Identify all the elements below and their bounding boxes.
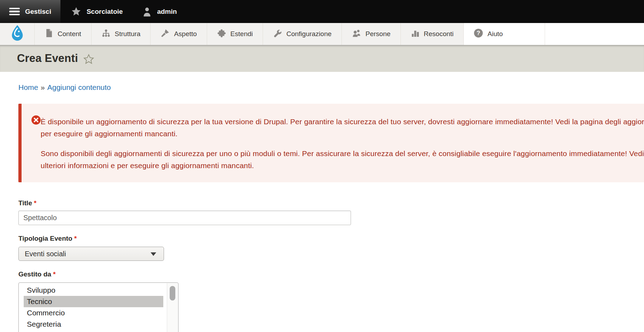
required-marker: *	[53, 270, 55, 278]
listbox-option-sviluppo[interactable]: Sviluppo	[24, 285, 163, 296]
toolbar-item-label: Struttura	[115, 30, 141, 38]
breadcrumb-add-content-link[interactable]: Aggiungi contenuto	[47, 83, 111, 91]
user-account-tab[interactable]: admin	[133, 0, 186, 23]
page-header: Crea Eventi	[0, 45, 644, 72]
error-message-box: È disponibile un aggiornamento di sicure…	[18, 104, 644, 182]
manage-tab-label: Gestisci	[25, 8, 51, 16]
chevron-down-icon	[151, 252, 156, 256]
shortcuts-tab[interactable]: Scorciatoie	[62, 0, 132, 23]
title-field-group: Title*	[18, 199, 644, 225]
error-text-line: per eseguire gli aggiornamenti mancanti.	[41, 128, 644, 140]
admin-menu-toolbar: Content Struttura Aspetto Estendi Config…	[0, 23, 644, 45]
breadcrumb: Home»Aggiungi contenuto	[18, 83, 644, 92]
toolbar-item-configuration[interactable]: Configurazione	[263, 23, 341, 45]
event-type-selected-value: Eventi sociali	[25, 250, 66, 258]
toolbar-item-reports[interactable]: Resoconti	[400, 23, 464, 45]
listbox-option-commercio[interactable]: Commercio	[24, 307, 163, 319]
breadcrumb-home-link[interactable]: Home	[18, 83, 38, 91]
error-paragraph: Sono disponibili degli aggiornamenti di …	[41, 148, 644, 172]
user-account-label: admin	[157, 8, 177, 16]
toolbar-item-label: Aiuto	[487, 30, 503, 38]
people-icon	[352, 29, 361, 40]
toolbar-item-label: Configurazione	[286, 30, 332, 38]
managed-by-field-group: Gestito da* Sviluppo Tecnico Commercio S…	[18, 270, 644, 332]
wrench-icon	[273, 29, 282, 40]
breadcrumb-separator: »	[41, 83, 45, 91]
user-icon	[142, 7, 152, 17]
brush-icon	[160, 29, 170, 40]
page-title: Crea Eventi	[17, 52, 78, 65]
error-text-line: Sono disponibili degli aggiornamenti di …	[41, 148, 644, 160]
star-icon	[71, 6, 81, 17]
toolbar-item-people[interactable]: Persone	[341, 23, 400, 45]
toolbar-item-extend[interactable]: Estendi	[207, 23, 263, 45]
toolbar-item-label: Resoconti	[424, 30, 454, 38]
managed-by-listbox: Sviluppo Tecnico Commercio Segreteria	[18, 282, 178, 332]
svg-text:?: ?	[477, 30, 480, 36]
listbox-scrollbar[interactable]	[167, 283, 178, 332]
required-marker: *	[74, 235, 77, 242]
listbox-option-segreteria[interactable]: Segreteria	[24, 319, 163, 330]
toolbar-item-label: Estendi	[230, 30, 253, 38]
puzzle-icon	[217, 29, 226, 40]
drupal-logo	[9, 24, 25, 44]
menu-icon	[9, 8, 20, 16]
toolbar-item-appearance[interactable]: Aspetto	[150, 23, 206, 45]
toolbar-spacer	[545, 23, 644, 45]
star-outline-icon[interactable]	[83, 53, 94, 65]
event-type-field-label: Tipologia Evento*	[18, 235, 644, 242]
required-marker: *	[34, 199, 36, 207]
toolbar-item-label: Aspetto	[174, 30, 197, 38]
file-icon	[45, 29, 53, 39]
admin-toolbar: Gestisci Scorciatoie admin	[0, 0, 644, 23]
toolbar-item-label: Persone	[365, 30, 391, 38]
shortcuts-tab-label: Scorciatoie	[87, 8, 123, 16]
listbox-scrollbar-thumb[interactable]	[170, 286, 175, 300]
listbox-option-tecnico[interactable]: Tecnico	[24, 296, 163, 307]
event-type-select[interactable]: Eventi sociali	[18, 247, 164, 261]
toolbar-item-label: Content	[58, 30, 81, 38]
manage-tab[interactable]: Gestisci	[0, 0, 60, 23]
error-text-line: È disponibile un aggiornamento di sicure…	[41, 116, 644, 128]
main-content: Home»Aggiungi contenuto È disponibile un…	[0, 83, 644, 332]
error-message-body: È disponibile un aggiornamento di sicure…	[41, 116, 644, 172]
title-input[interactable]	[18, 211, 351, 225]
chart-icon	[411, 29, 420, 39]
toolbar-item-structure[interactable]: Struttura	[91, 23, 151, 45]
toolbar-item-help[interactable]: ? Aiuto	[463, 23, 545, 45]
question-icon: ?	[474, 28, 483, 40]
managed-by-field-label: Gestito da*	[18, 270, 644, 278]
error-circle-x-icon	[31, 115, 41, 127]
title-field-label: Title*	[18, 199, 644, 207]
drupal-home-button[interactable]	[0, 23, 34, 45]
sitemap-icon	[101, 29, 111, 40]
error-text-line: ulteriori informazioni e per eseguire gl…	[41, 160, 644, 172]
toolbar-item-content[interactable]: Content	[34, 23, 91, 45]
error-paragraph: È disponibile un aggiornamento di sicure…	[41, 116, 644, 140]
event-type-field-group: Tipologia Evento* Eventi sociali	[18, 235, 644, 261]
create-event-form: Title* Tipologia Evento* Eventi sociali …	[18, 199, 644, 332]
